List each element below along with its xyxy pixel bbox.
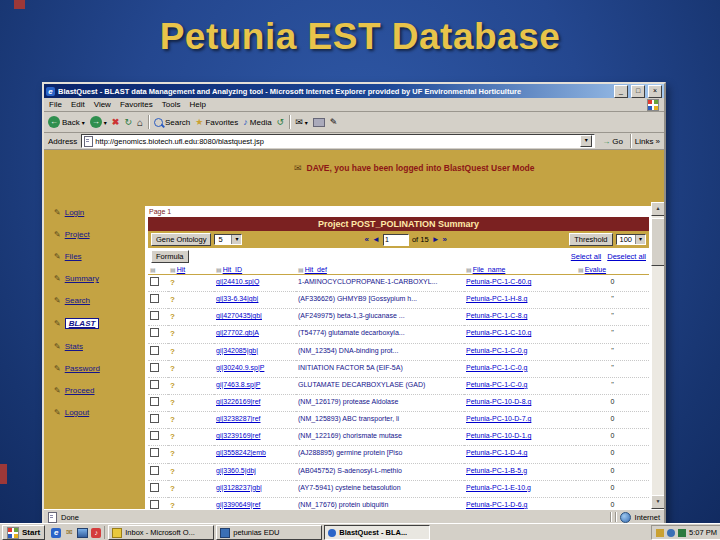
column-header-link[interactable]: Evalue (585, 266, 606, 273)
back-dropdown-icon[interactable]: ▾ (82, 119, 85, 126)
hit-id-link[interactable]: gi|3128237|gb| (216, 484, 262, 491)
hit-question-icon[interactable]: ? (170, 329, 175, 338)
sidebar-item[interactable]: ✎ Search (54, 296, 154, 305)
column-header-link[interactable]: Hit (177, 266, 186, 273)
sidebar-item[interactable]: ✎ Password (54, 364, 154, 373)
column-header-link[interactable]: Hit_def (305, 266, 327, 273)
next-page-button[interactable]: ► (432, 235, 440, 244)
row-checkbox[interactable] (150, 294, 159, 303)
prev-page-button[interactable]: ◄ (372, 235, 380, 244)
hit-question-icon[interactable]: ? (170, 432, 175, 441)
deselect-all-link[interactable]: Deselect all (607, 252, 646, 261)
history-button[interactable]: ↺ (277, 117, 285, 127)
row-checkbox[interactable] (150, 397, 159, 406)
tray-icon-2[interactable] (667, 529, 675, 537)
hit-id-link[interactable]: gi|342085|gb| (216, 347, 258, 354)
hit-question-icon[interactable]: ? (170, 415, 175, 424)
hit-id-link[interactable]: gi|27702.gb|A (216, 329, 259, 336)
hit-question-icon[interactable]: ? (170, 312, 175, 321)
hit-id-link[interactable]: gi|30240.9.sp|P (216, 364, 264, 371)
taskbar-window-button[interactable]: BlastQuest - BLA... (324, 525, 430, 540)
threshold-select[interactable]: 100 ▾ (616, 234, 647, 245)
row-checkbox[interactable] (150, 311, 159, 320)
mail-dropdown-icon[interactable]: ▾ (305, 119, 308, 126)
hit-id-link[interactable]: gi|7463.8.sp|P (216, 381, 261, 388)
menu-item[interactable]: View (94, 100, 111, 109)
row-checkbox[interactable] (150, 483, 159, 492)
file-name-link[interactable]: Petunia-PC-1-H-8.g (466, 295, 527, 302)
row-checkbox[interactable] (150, 500, 159, 509)
print-button[interactable] (313, 118, 325, 127)
quicklaunch-show-desktop-icon[interactable] (77, 528, 88, 538)
favorites-button[interactable]: ★ Favorites (195, 117, 238, 127)
menu-item[interactable]: Edit (71, 100, 85, 109)
menu-item[interactable]: Favorites (120, 100, 153, 109)
file-name-link[interactable]: Petunia-PC-10-D-7.g (466, 415, 531, 422)
tray-icon-3[interactable] (678, 529, 686, 537)
file-name-link[interactable]: Petunia-PC-10-D-1.g (466, 432, 531, 439)
hit-question-icon[interactable]: ? (170, 467, 175, 476)
quicklaunch-mail-icon[interactable]: ✉ (64, 528, 74, 538)
file-name-link[interactable]: Petunia-PC-1-C-0.g (466, 381, 527, 388)
file-name-link[interactable]: Petunia-PC-1-E-10.g (466, 484, 531, 491)
quicklaunch-media-icon[interactable]: ♪ (91, 528, 101, 538)
scrollbar-thumb[interactable] (651, 218, 664, 266)
menu-item[interactable]: Tools (162, 100, 181, 109)
hit-id-link[interactable]: gi|3239169|ref (216, 432, 261, 439)
hit-id-link[interactable]: gi|3360.5|dbj (216, 467, 256, 474)
vertical-scrollbar[interactable]: ▲ ▼ (652, 202, 664, 509)
file-name-link[interactable]: Petunia-PC-1-C-0.g (466, 347, 527, 354)
file-name-link[interactable]: Petunia-PC-10-D-8.g (466, 398, 531, 405)
sidebar-item[interactable]: ✎ Logout (54, 408, 154, 417)
file-name-link[interactable]: Petunia-PC-1-D-4.g (466, 449, 527, 456)
gene-ontology-select[interactable]: 5 ▾ (214, 234, 242, 245)
row-checkbox[interactable] (150, 431, 159, 440)
scroll-down-button[interactable]: ▼ (651, 495, 664, 509)
quicklaunch-ie-icon[interactable]: e (51, 528, 61, 538)
column-header-link[interactable]: Hit_ID (223, 266, 242, 273)
hit-id-link[interactable]: gi|24410.sp|Q (216, 278, 259, 285)
row-checkbox[interactable] (150, 363, 159, 372)
menu-item[interactable]: File (49, 100, 62, 109)
hit-id-link[interactable]: gi|4270435|gb| (216, 312, 262, 319)
sidebar-item[interactable]: ✎ Login (54, 208, 154, 217)
page-number-input[interactable] (383, 234, 409, 246)
media-button[interactable]: ♪ Media (243, 117, 271, 127)
file-name-link[interactable]: Petunia-PC-1-C-60.g (466, 278, 531, 285)
mail-button[interactable]: ✉ ▾ (295, 117, 308, 127)
taskbar-window-button[interactable]: petunias EDU (216, 525, 322, 540)
last-page-button[interactable]: » (443, 235, 447, 244)
first-page-button[interactable]: « (365, 235, 369, 244)
address-dropdown-icon[interactable]: ▾ (580, 135, 592, 147)
taskbar-window-button[interactable]: Inbox - Microsoft O... (108, 525, 214, 540)
hit-question-icon[interactable]: ? (170, 278, 175, 287)
hit-question-icon[interactable]: ? (170, 364, 175, 373)
sidebar-item[interactable]: ✎ Proceed (54, 386, 154, 395)
row-checkbox[interactable] (150, 414, 159, 423)
refresh-button[interactable]: ↻ (124, 117, 132, 127)
edit-button[interactable]: ✎ (330, 117, 338, 127)
maximize-button[interactable]: □ (631, 85, 645, 98)
formula-button[interactable]: Formula (151, 250, 189, 263)
row-checkbox[interactable] (150, 328, 159, 337)
minimize-button[interactable]: _ (614, 85, 628, 98)
hit-question-icon[interactable]: ? (170, 347, 175, 356)
file-name-link[interactable]: Petunia-PC-1-C-0.g (466, 364, 527, 371)
hit-id-link[interactable]: gi|3226169|ref (216, 398, 261, 405)
select-all-link[interactable]: Select all (571, 252, 601, 261)
sidebar-item[interactable]: ✎ Project (54, 230, 154, 239)
hit-id-link[interactable]: gi|3558242|emb (216, 449, 266, 456)
hit-question-icon[interactable]: ? (170, 398, 175, 407)
gene-ontology-button[interactable]: Gene Ontology (151, 233, 211, 246)
sidebar-item[interactable]: ✎ Stats (54, 342, 154, 351)
file-name-link[interactable]: Petunia-PC-1-D-6.g (466, 501, 527, 508)
file-name-link[interactable]: Petunia-PC-1-B-5.g (466, 467, 527, 474)
address-input[interactable] (95, 136, 578, 146)
home-button[interactable]: ⌂ (137, 117, 143, 128)
search-button[interactable]: Search (154, 118, 190, 127)
sidebar-item[interactable]: ✎ Summary (54, 274, 154, 283)
sidebar-item[interactable]: ✎ Files (54, 252, 154, 261)
menu-item[interactable]: Help (189, 100, 205, 109)
hit-id-link[interactable]: gi|33-6.34|gb| (216, 295, 258, 302)
tray-icon-1[interactable] (656, 529, 664, 537)
